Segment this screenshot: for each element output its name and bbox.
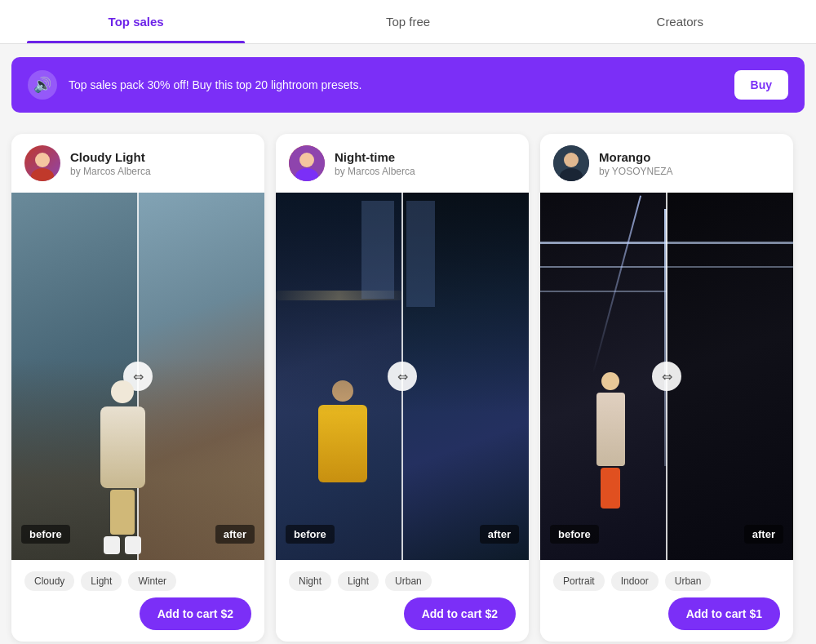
avatar-1 [24,145,60,181]
promo-icon: 🔊 [28,70,57,100]
after-label-2: after [480,525,519,544]
tag-cloudy: Cloudy [24,571,74,591]
avatar-3 [553,145,589,181]
tag-light2: Light [338,571,379,591]
after-image-2 [402,193,529,560]
promo-text: Top sales pack 30% off! Buy this top 20 … [69,78,723,91]
after-label-1: after [215,525,255,544]
svg-point-1 [31,168,54,181]
tag-light: Light [81,571,122,591]
tag-night: Night [289,571,331,591]
tag-winter: Winter [128,571,176,591]
card-image-area-3: ⇔ before after [540,193,793,560]
tag-indoor: Indoor [611,571,659,591]
card-subtitle-1: by Marcos Alberca [70,166,151,177]
tabs-bar: Top sales Top free Creators [0,0,816,44]
card-night-time: Night-time by Marcos Alberca [276,134,529,642]
card-subtitle-3: by YOSOYNEZA [599,166,672,177]
avatar-2 [289,145,325,181]
add-to-cart-button-2[interactable]: Add to cart $2 [404,597,516,630]
card-footer-3: Portrait Indoor Urban Add to cart $1 [540,560,793,642]
drag-handle-2[interactable]: ⇔ [388,362,417,391]
tab-creators[interactable]: Creators [544,0,816,43]
person-silhouette-1 [94,380,151,527]
card-header-1: Cloudy Light by Marcos Alberca [11,134,264,193]
before-image-3 [540,193,667,560]
svg-point-3 [299,153,314,167]
promo-banner: 🔊 Top sales pack 30% off! Buy this top 2… [11,57,805,113]
tab-top-free[interactable]: Top free [272,0,543,43]
after-image-3 [667,193,793,560]
before-image-2 [276,193,402,560]
card-footer-1: Cloudy Light Winter Add to cart $2 [11,560,264,642]
before-label-3: before [550,525,599,544]
card-image-area-2: ⇔ before after [276,193,529,560]
card-title-3: Morango [599,150,672,164]
promo-buy-button[interactable]: Buy [734,70,788,100]
cards-container: Cloudy Light by Marcos Alberca [0,126,816,644]
svg-point-6 [564,153,579,167]
card-footer-2: Night Light Urban Add to cart $2 [276,560,529,642]
card-image-area-1: ⇔ before after [11,193,264,560]
after-label-3: after [744,525,783,544]
before-label-2: before [286,525,335,544]
card-morango: Morango by YOSOYNEZA [540,134,793,642]
before-label-1: before [21,525,70,544]
add-to-cart-button-3[interactable]: Add to cart $1 [668,597,780,630]
card-header-2: Night-time by Marcos Alberca [276,134,529,193]
after-image-1 [138,193,264,560]
card-title-1: Cloudy Light [70,150,151,164]
add-to-cart-button-1[interactable]: Add to cart $2 [140,597,251,630]
card-title-2: Night-time [335,150,415,164]
card-cloudy-light: Cloudy Light by Marcos Alberca [11,134,264,642]
svg-point-0 [35,153,50,167]
tag-urban: Urban [385,571,432,591]
drag-handle-3[interactable]: ⇔ [652,362,681,391]
card-header-3: Morango by YOSOYNEZA [540,134,793,193]
tab-top-sales[interactable]: Top sales [0,0,272,43]
tag-urban2: Urban [665,571,712,591]
tag-portrait: Portrait [553,571,605,591]
card-subtitle-2: by Marcos Alberca [335,166,415,177]
